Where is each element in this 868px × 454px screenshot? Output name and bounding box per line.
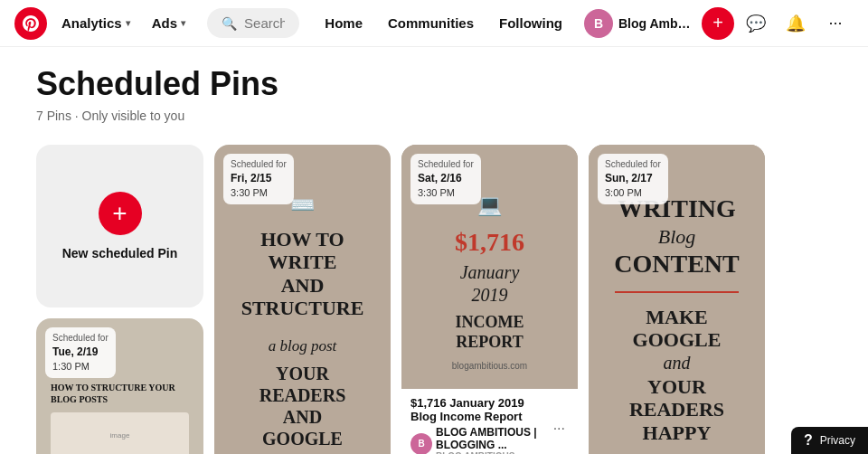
ads-chevron-icon: ▾ [181,18,185,28]
search-bar[interactable]: 🔍 [207,8,299,38]
pin-meta-title-income: $1,716 January 2019 Blog Income Report [410,396,544,423]
privacy-question-icon: ? [804,432,813,449]
sched-time-c: 3:00 PM [605,186,661,200]
sched-date-i: Sat, 2/16 [418,171,474,186]
message-button[interactable]: 💬 [738,5,774,42]
sched-label-w: Scheduled for [231,158,287,171]
pin-column-4: Scheduled for Sun, 2/17 3:00 PM WRITING … [589,145,765,454]
new-pin-card[interactable]: + New scheduled Pin [36,145,203,307]
pin-author-name-income: Blog Ambitious | Blogging ... [436,426,544,451]
pin-more-button-income[interactable]: ··· [550,419,569,439]
pin-card-income[interactable]: Scheduled for Sat, 2/16 3:30 PM 💻 $1,716… [401,145,578,454]
notification-button[interactable]: 🔔 [778,5,814,42]
analytics-label: Analytics [61,15,122,31]
pin-column-3: Scheduled for Sat, 2/16 3:30 PM 💻 $1,716… [401,145,578,454]
following-link[interactable]: Following [488,10,573,36]
avatar: B [584,9,613,38]
pin-column-2: Scheduled for Fri, 2/15 3:30 PM ⌨️ HOW T… [214,145,391,454]
notification-icon: 🔔 [786,14,806,33]
search-icon: 🔍 [222,16,237,31]
scheduled-badge-content: Scheduled for Sun, 2/17 3:00 PM [598,154,668,204]
add-button[interactable]: + [702,7,734,40]
new-pin-label: New scheduled Pin [62,246,178,260]
user-name: Blog Ambitio... [618,16,691,31]
main-content: Scheduled Pins 7 Pins · Only visible to … [0,47,868,454]
privacy-label: Privacy [820,434,855,447]
sched-label-i: Scheduled for [418,158,474,171]
ads-label: Ads [152,15,177,31]
sched-time: 1:30 PM [52,360,108,374]
sched-time-w: 3:30 PM [231,186,287,200]
sched-label: Scheduled for [52,332,108,345]
ads-nav[interactable]: Ads ▾ [145,10,193,36]
page-title: Scheduled Pins [36,65,832,103]
pin-card-write[interactable]: Scheduled for Fri, 2/15 3:30 PM ⌨️ HOW T… [214,145,391,454]
user-account[interactable]: B Blog Ambitio... [577,5,698,42]
pin-meta-income: $1,716 January 2019 Blog Income Report B… [401,389,578,454]
sched-label-c: Scheduled for [605,158,661,171]
scheduled-badge-write: Scheduled for Fri, 2/15 3:30 PM [223,154,294,204]
header-right: Home Communities Following B Blog Ambiti… [314,5,854,42]
new-pin-add-icon: + [99,192,142,235]
message-icon: 💬 [746,14,766,33]
home-link[interactable]: Home [314,10,373,36]
privacy-bar[interactable]: ? Privacy [791,427,868,454]
analytics-chevron-icon: ▾ [126,18,130,28]
page-subtitle: 7 Pins · Only visible to you [36,109,832,123]
app-header: Analytics ▾ Ads ▾ 🔍 Home Communities Fol… [0,0,868,47]
pin-author-avatar-income: B [410,433,432,454]
communities-link[interactable]: Communities [377,10,485,36]
pin-card-structure[interactable]: Scheduled for Tue, 2/19 1:30 PM HOW TO S… [36,318,203,454]
scheduled-badge-structure: Scheduled for Tue, 2/19 1:30 PM [45,327,116,378]
sched-date-w: Fri, 2/15 [231,171,287,186]
more-icon: ··· [828,14,842,33]
pinterest-logo[interactable] [14,7,47,40]
pins-grid: + New scheduled Pin Scheduled for Tue, 2… [36,145,832,454]
sched-date: Tue, 2/19 [52,345,108,360]
scheduled-badge-income: Scheduled for Sat, 2/16 3:30 PM [410,154,481,204]
pin-column-1: + New scheduled Pin Scheduled for Tue, 2… [36,145,203,454]
sched-time-i: 3:30 PM [418,186,474,200]
more-button[interactable]: ··· [817,5,854,42]
pin-meta-author-income: B Blog Ambitious | Blogging ... BLOG AMB… [410,426,544,454]
sched-date-c: Sun, 2/17 [605,171,661,186]
pin-card-content[interactable]: Scheduled for Sun, 2/17 3:00 PM WRITING … [589,145,765,454]
analytics-nav[interactable]: Analytics ▾ [54,10,137,36]
search-input[interactable] [244,15,285,31]
